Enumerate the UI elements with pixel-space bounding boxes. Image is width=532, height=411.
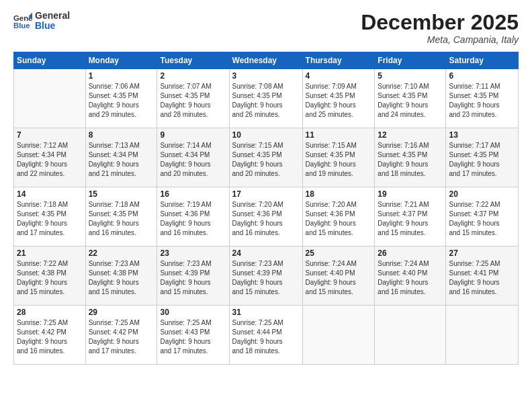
logo-blue-text: Blue [35, 21, 70, 31]
day-info: Sunrise: 7:09 AMSunset: 4:35 PMDaylight:… [306, 82, 372, 120]
calendar-cell: 31Sunrise: 7:25 AMSunset: 4:44 PMDayligh… [229, 306, 302, 365]
calendar-week-2: 7Sunrise: 7:12 AMSunset: 4:34 PMDaylight… [14, 128, 519, 187]
calendar-table: SundayMondayTuesdayWednesdayThursdayFrid… [13, 52, 519, 365]
day-info: Sunrise: 7:19 AMSunset: 4:36 PMDaylight:… [160, 200, 226, 238]
calendar-cell: 7Sunrise: 7:12 AMSunset: 4:34 PMDaylight… [14, 128, 86, 187]
day-number: 9 [160, 130, 226, 140]
day-info: Sunrise: 7:25 AMSunset: 4:42 PMDaylight:… [17, 318, 83, 356]
day-number: 15 [89, 189, 154, 199]
calendar-cell [446, 306, 519, 365]
calendar-week-4: 21Sunrise: 7:22 AMSunset: 4:38 PMDayligh… [14, 246, 519, 306]
day-number: 24 [232, 248, 300, 258]
day-info: Sunrise: 7:17 AMSunset: 4:35 PMDaylight:… [449, 141, 515, 179]
day-number: 20 [449, 189, 515, 199]
day-info: Sunrise: 7:25 AMSunset: 4:43 PMDaylight:… [160, 318, 226, 356]
calendar-cell: 17Sunrise: 7:20 AMSunset: 4:36 PMDayligh… [229, 187, 302, 246]
calendar-cell: 4Sunrise: 7:09 AMSunset: 4:35 PMDaylight… [302, 69, 375, 128]
day-info: Sunrise: 7:25 AMSunset: 4:41 PMDaylight:… [449, 259, 515, 297]
day-number: 18 [306, 189, 372, 199]
title-block: December 2025 Meta, Campania, Italy [361, 11, 519, 45]
day-number: 25 [306, 248, 372, 258]
logo-icon: General Blue [13, 11, 32, 30]
day-header-friday: Friday [375, 52, 446, 69]
day-number: 12 [378, 130, 443, 140]
day-info: Sunrise: 7:20 AMSunset: 4:36 PMDaylight:… [306, 200, 372, 238]
calendar-cell: 16Sunrise: 7:19 AMSunset: 4:36 PMDayligh… [157, 187, 229, 246]
day-number: 14 [17, 189, 83, 199]
day-number: 16 [160, 189, 226, 199]
day-info: Sunrise: 7:24 AMSunset: 4:40 PMDaylight:… [378, 259, 443, 297]
calendar-cell: 8Sunrise: 7:13 AMSunset: 4:34 PMDaylight… [85, 128, 157, 187]
calendar-cell: 9Sunrise: 7:14 AMSunset: 4:34 PMDaylight… [157, 128, 229, 187]
calendar-cell: 18Sunrise: 7:20 AMSunset: 4:36 PMDayligh… [302, 187, 375, 246]
calendar-cell: 6Sunrise: 7:11 AMSunset: 4:35 PMDaylight… [446, 69, 519, 128]
location: Meta, Campania, Italy [361, 34, 519, 45]
day-number: 29 [89, 308, 154, 317]
day-header-monday: Monday [85, 52, 157, 69]
day-number: 17 [232, 189, 300, 199]
day-info: Sunrise: 7:12 AMSunset: 4:34 PMDaylight:… [17, 141, 83, 179]
day-info: Sunrise: 7:07 AMSunset: 4:35 PMDaylight:… [160, 82, 226, 120]
day-info: Sunrise: 7:10 AMSunset: 4:35 PMDaylight:… [378, 82, 443, 120]
calendar-cell: 5Sunrise: 7:10 AMSunset: 4:35 PMDaylight… [375, 69, 446, 128]
day-number: 1 [89, 71, 154, 81]
day-info: Sunrise: 7:22 AMSunset: 4:37 PMDaylight:… [449, 200, 515, 238]
page-header: General Blue General Blue December 2025 … [13, 11, 519, 45]
calendar-cell [14, 69, 86, 128]
calendar-cell: 22Sunrise: 7:23 AMSunset: 4:38 PMDayligh… [85, 246, 157, 306]
calendar-cell: 14Sunrise: 7:18 AMSunset: 4:35 PMDayligh… [14, 187, 86, 246]
calendar-cell: 29Sunrise: 7:25 AMSunset: 4:42 PMDayligh… [85, 306, 157, 365]
day-info: Sunrise: 7:18 AMSunset: 4:35 PMDaylight:… [17, 200, 83, 238]
day-header-saturday: Saturday [446, 52, 519, 69]
day-info: Sunrise: 7:18 AMSunset: 4:35 PMDaylight:… [89, 200, 154, 238]
calendar-cell: 25Sunrise: 7:24 AMSunset: 4:40 PMDayligh… [302, 246, 375, 306]
calendar-cell: 24Sunrise: 7:23 AMSunset: 4:39 PMDayligh… [229, 246, 302, 306]
day-header-sunday: Sunday [14, 52, 86, 69]
day-number: 19 [378, 189, 443, 199]
calendar-cell: 1Sunrise: 7:06 AMSunset: 4:35 PMDaylight… [85, 69, 157, 128]
day-number: 3 [232, 71, 300, 81]
day-number: 2 [160, 71, 226, 81]
calendar-cell: 23Sunrise: 7:23 AMSunset: 4:39 PMDayligh… [157, 246, 229, 306]
month-title: December 2025 [361, 11, 519, 34]
calendar-cell: 2Sunrise: 7:07 AMSunset: 4:35 PMDaylight… [157, 69, 229, 128]
day-info: Sunrise: 7:08 AMSunset: 4:35 PMDaylight:… [232, 82, 300, 120]
day-info: Sunrise: 7:23 AMSunset: 4:39 PMDaylight:… [232, 259, 300, 297]
calendar-cell: 11Sunrise: 7:15 AMSunset: 4:35 PMDayligh… [302, 128, 375, 187]
svg-text:Blue: Blue [13, 21, 30, 30]
day-info: Sunrise: 7:11 AMSunset: 4:35 PMDaylight:… [449, 82, 515, 120]
day-info: Sunrise: 7:25 AMSunset: 4:44 PMDaylight:… [232, 318, 300, 356]
calendar-cell [375, 306, 446, 365]
day-info: Sunrise: 7:24 AMSunset: 4:40 PMDaylight:… [306, 259, 372, 297]
day-header-tuesday: Tuesday [157, 52, 229, 69]
calendar-cell: 26Sunrise: 7:24 AMSunset: 4:40 PMDayligh… [375, 246, 446, 306]
day-number: 23 [160, 248, 226, 258]
calendar-cell: 30Sunrise: 7:25 AMSunset: 4:43 PMDayligh… [157, 306, 229, 365]
day-number: 21 [17, 248, 83, 258]
calendar-cell: 13Sunrise: 7:17 AMSunset: 4:35 PMDayligh… [446, 128, 519, 187]
calendar-body: 1Sunrise: 7:06 AMSunset: 4:35 PMDaylight… [14, 69, 519, 365]
day-info: Sunrise: 7:14 AMSunset: 4:34 PMDaylight:… [160, 141, 226, 179]
day-number: 26 [378, 248, 443, 258]
day-number: 7 [17, 130, 83, 140]
day-info: Sunrise: 7:20 AMSunset: 4:36 PMDaylight:… [232, 200, 300, 238]
day-info: Sunrise: 7:16 AMSunset: 4:35 PMDaylight:… [378, 141, 443, 179]
day-number: 28 [17, 308, 83, 317]
day-info: Sunrise: 7:25 AMSunset: 4:42 PMDaylight:… [89, 318, 154, 356]
calendar-week-3: 14Sunrise: 7:18 AMSunset: 4:35 PMDayligh… [14, 187, 519, 246]
day-number: 22 [89, 248, 154, 258]
calendar-cell: 15Sunrise: 7:18 AMSunset: 4:35 PMDayligh… [85, 187, 157, 246]
calendar-cell: 3Sunrise: 7:08 AMSunset: 4:35 PMDaylight… [229, 69, 302, 128]
day-info: Sunrise: 7:22 AMSunset: 4:38 PMDaylight:… [17, 259, 83, 297]
day-number: 8 [89, 130, 154, 140]
day-header-thursday: Thursday [302, 52, 375, 69]
calendar-cell: 20Sunrise: 7:22 AMSunset: 4:37 PMDayligh… [446, 187, 519, 246]
calendar-cell: 19Sunrise: 7:21 AMSunset: 4:37 PMDayligh… [375, 187, 446, 246]
day-number: 5 [378, 71, 443, 81]
calendar-cell: 21Sunrise: 7:22 AMSunset: 4:38 PMDayligh… [14, 246, 86, 306]
calendar-cell: 27Sunrise: 7:25 AMSunset: 4:41 PMDayligh… [446, 246, 519, 306]
day-info: Sunrise: 7:15 AMSunset: 4:35 PMDaylight:… [306, 141, 372, 179]
day-number: 6 [449, 71, 515, 81]
day-info: Sunrise: 7:23 AMSunset: 4:39 PMDaylight:… [160, 259, 226, 297]
day-number: 13 [449, 130, 515, 140]
